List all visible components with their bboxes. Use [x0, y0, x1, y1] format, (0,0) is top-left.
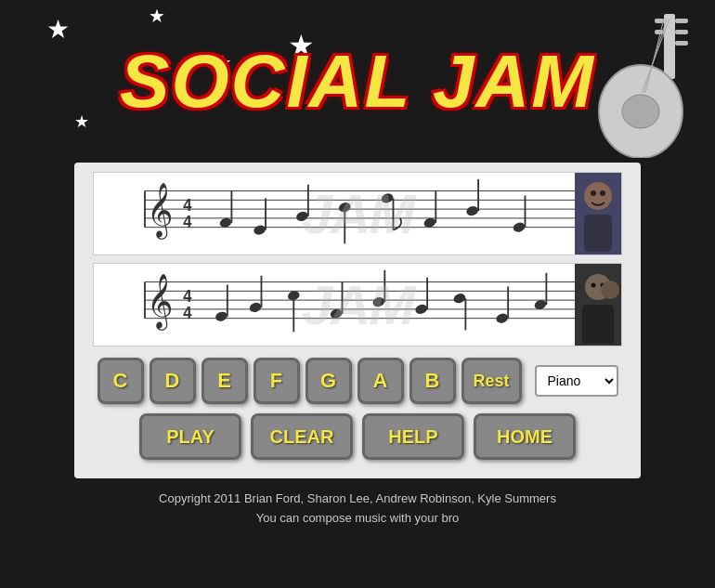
clear-button[interactable]: CLEAR [251, 413, 353, 460]
star-2: ★ [149, 5, 165, 27]
note-buttons-row: C D E F G A B Rest Piano Guitar Drums Vi… [93, 358, 622, 404]
header: ★ ★ ★ ★ ★ SOCIAL JAM [0, 0, 715, 163]
svg-point-60 [414, 303, 428, 315]
svg-point-62 [453, 293, 467, 305]
svg-point-27 [381, 192, 395, 204]
note-rest-button[interactable]: Rest [462, 358, 522, 404]
svg-point-52 [249, 301, 263, 313]
play-button[interactable]: PLAY [139, 413, 241, 460]
svg-rect-3 [675, 41, 688, 46]
svg-rect-1 [675, 19, 688, 23]
svg-point-75 [601, 281, 619, 299]
svg-text:𝄞: 𝄞 [147, 182, 173, 240]
note-a-button[interactable]: A [358, 358, 404, 404]
guitar-icon [585, 9, 696, 158]
star-5: ★ [74, 111, 89, 132]
svg-point-21 [253, 224, 266, 236]
svg-text:4: 4 [183, 213, 192, 231]
svg-text:𝄞: 𝄞 [147, 273, 173, 331]
svg-point-58 [372, 296, 386, 308]
svg-point-73 [592, 283, 596, 288]
svg-point-33 [513, 221, 526, 233]
staff-row-2: JAM 𝄞 4 4 [93, 263, 622, 346]
action-buttons-row: PLAY CLEAR HELP HOME [93, 413, 622, 460]
footer: Copyright 2011 Brian Ford, Sharon Lee, A… [0, 490, 715, 529]
svg-rect-2 [675, 30, 688, 34]
note-f-button[interactable]: F [254, 358, 300, 404]
note-c-button[interactable]: C [98, 358, 144, 404]
copyright-text: Copyright 2011 Brian Ford, Sharon Lee, A… [0, 490, 715, 509]
tagline-text: You can compose music with your bro [0, 509, 715, 529]
svg-point-40 [591, 190, 596, 196]
note-e-button[interactable]: E [202, 358, 248, 404]
svg-point-31 [465, 205, 479, 217]
svg-point-23 [295, 210, 309, 222]
app-title: SOCIAL JAM [120, 39, 595, 124]
staff-row-1: JAM 𝄞 4 4 [93, 172, 622, 255]
avatar-1 [575, 173, 621, 255]
svg-rect-39 [584, 215, 612, 252]
svg-rect-72 [582, 305, 614, 344]
svg-point-50 [214, 310, 228, 322]
svg-text:4: 4 [183, 304, 192, 322]
note-g-button[interactable]: G [306, 358, 352, 404]
svg-point-25 [338, 202, 352, 214]
avatar-2 [575, 264, 621, 346]
home-button[interactable]: HOME [474, 413, 576, 460]
instrument-select[interactable]: Piano Guitar Drums Violin [535, 365, 618, 397]
main-content: JAM 𝄞 4 4 [74, 163, 641, 478]
note-d-button[interactable]: D [150, 358, 196, 404]
help-button[interactable]: HELP [362, 413, 464, 460]
note-b-button[interactable]: B [410, 358, 456, 404]
svg-point-7 [622, 95, 659, 128]
svg-point-64 [495, 312, 509, 324]
star-1: ★ [46, 14, 70, 45]
svg-point-41 [600, 190, 605, 196]
